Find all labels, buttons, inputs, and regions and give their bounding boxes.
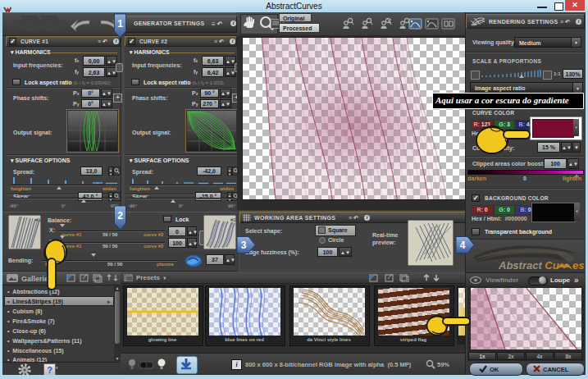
svg-text:2: 2 xyxy=(117,210,123,221)
svg-text:4: 4 xyxy=(460,240,466,251)
svg-text:1: 1 xyxy=(117,18,123,30)
svg-text:#1: #1 xyxy=(35,217,41,222)
svg-text:3: 3 xyxy=(241,240,247,251)
svg-text:#2: #2 xyxy=(230,217,236,222)
